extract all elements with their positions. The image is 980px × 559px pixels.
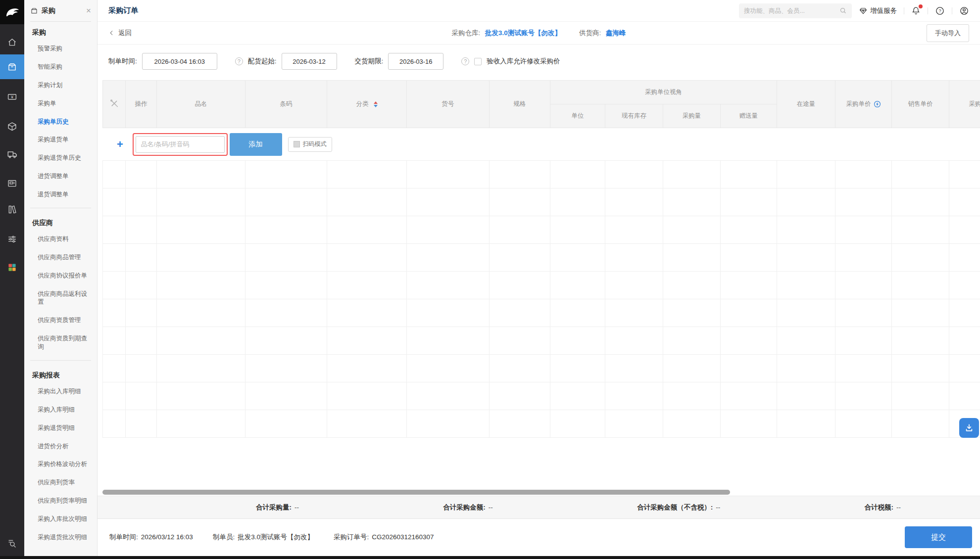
sidebar-item[interactable]: 采购单历史 xyxy=(24,113,97,131)
delivery-deadline-input[interactable] xyxy=(388,53,443,70)
col-spec[interactable]: 规格 xyxy=(490,81,550,128)
sidebar-item[interactable]: 采购计划 xyxy=(24,76,97,94)
global-search[interactable] xyxy=(739,3,852,18)
sidebar-item[interactable]: 采购退货单历史 xyxy=(24,149,97,167)
col-barcode[interactable]: 条码 xyxy=(245,81,327,128)
product-search-input[interactable] xyxy=(136,136,225,153)
table-cell xyxy=(892,244,949,272)
help-button[interactable]: ? xyxy=(935,6,945,16)
sidebar-item[interactable]: 采购入库批次明细 xyxy=(24,510,97,528)
sidebar-item[interactable]: 供应商到货率 xyxy=(24,473,97,492)
table-cell xyxy=(949,244,980,272)
search-icon[interactable] xyxy=(839,7,847,14)
column-settings-button[interactable] xyxy=(103,81,126,128)
back-button[interactable]: 返回 xyxy=(108,29,132,38)
settings-sliders-icon[interactable] xyxy=(0,227,24,251)
value-added-services-button[interactable]: 增值服务 xyxy=(859,6,897,15)
export-download-button[interactable] xyxy=(959,418,979,438)
sidebar-item[interactable]: 供应商资质管理 xyxy=(24,311,97,329)
manual-import-button[interactable]: 手动导入 xyxy=(927,24,969,42)
sidebar-item[interactable]: 退货调整单 xyxy=(24,186,97,204)
apps-grid-icon[interactable] xyxy=(0,255,24,280)
lightning-circle-icon[interactable] xyxy=(874,100,881,108)
notifications-button[interactable] xyxy=(911,6,921,15)
add-product-row: + 添加 扫码模式 xyxy=(103,128,980,161)
account-button[interactable] xyxy=(959,6,969,16)
sidebar-item[interactable]: 供应商商品管理 xyxy=(24,248,97,267)
sidebar-item[interactable]: 采购单 xyxy=(24,94,97,113)
add-row-plus-icon[interactable]: + xyxy=(112,138,129,151)
sort-icon[interactable] xyxy=(374,101,378,107)
cash-register-icon[interactable] xyxy=(0,171,24,195)
search-menu-icon[interactable] xyxy=(0,531,24,556)
purchase-module-icon[interactable] xyxy=(0,54,24,79)
window-bottom-edge xyxy=(0,556,980,559)
table-cell xyxy=(126,410,157,438)
sidebar-item[interactable]: 采购价格波动分析 xyxy=(24,455,97,473)
close-icon[interactable]: × xyxy=(86,6,91,15)
col-in-transit[interactable]: 在途量 xyxy=(777,81,835,128)
sidebar-item[interactable]: 进货价分析 xyxy=(24,437,97,456)
submit-button[interactable]: 提交 xyxy=(905,526,972,548)
sidebar-divider xyxy=(30,208,91,208)
home-icon[interactable] xyxy=(0,30,24,54)
scan-mode-checkbox[interactable] xyxy=(294,141,300,147)
horizontal-scrollbar[interactable] xyxy=(102,490,730,495)
col-item-no[interactable]: 货号 xyxy=(407,81,490,128)
question-icon[interactable]: ? xyxy=(235,57,243,65)
col-amount[interactable]: 采购金额 xyxy=(949,81,980,128)
question-icon[interactable]: ? xyxy=(461,57,469,65)
purchase-module-icon xyxy=(30,7,38,15)
sidebar-item[interactable]: 供应商资质到期查询 xyxy=(24,329,97,356)
table-cell xyxy=(126,216,157,244)
supplier-value-link[interactable]: 鑫海峰 xyxy=(606,29,626,37)
delivery-truck-icon[interactable] xyxy=(0,142,24,167)
sidebar-item[interactable]: 供应商资料 xyxy=(24,230,97,248)
sidebar-item[interactable]: 智能采购 xyxy=(24,58,97,76)
col-stock[interactable]: 现有库存 xyxy=(605,104,663,128)
table-body xyxy=(103,161,980,438)
user-icon xyxy=(959,6,969,16)
table-cell xyxy=(490,161,550,188)
package-icon[interactable] xyxy=(0,114,24,139)
col-name[interactable]: 品名 xyxy=(157,81,245,128)
col-sale-price[interactable]: 销售单价 xyxy=(892,81,949,128)
footer-make-time: 制单时间:2026/03/12 16:03 xyxy=(109,533,193,542)
scan-mode-button[interactable]: 扫码模式 xyxy=(288,137,332,152)
table-cell xyxy=(126,161,157,188)
table-cell xyxy=(245,216,327,244)
sidebar-item[interactable]: 供应商商品返利设置 xyxy=(24,285,97,312)
dispatch-start-input[interactable] xyxy=(282,53,337,70)
search-input[interactable] xyxy=(744,7,839,14)
table-cell xyxy=(663,188,721,216)
sidebar-item[interactable]: 预警采购 xyxy=(24,40,97,58)
sidebar-item[interactable]: 进货调整单 xyxy=(24,167,97,186)
money-icon[interactable]: ¥ xyxy=(0,84,24,109)
sidebar-item[interactable]: 供应商协议报价单 xyxy=(24,267,97,285)
col-group-unit-view: 采购单位视角 xyxy=(550,81,777,104)
table-cell xyxy=(835,244,892,272)
sidebar-item[interactable]: 采购出入库明细 xyxy=(24,382,97,401)
modify-price-checkbox[interactable] xyxy=(474,58,482,65)
sidebar-item[interactable]: 采购退货单 xyxy=(24,131,97,149)
table-cell xyxy=(490,410,550,438)
col-unit[interactable]: 单位 xyxy=(550,104,605,128)
modify-price-label: 验收入库允许修改采购价 xyxy=(487,57,560,66)
table-cell xyxy=(835,272,892,299)
col-gift-qty[interactable]: 赠送量 xyxy=(721,104,777,128)
add-button[interactable]: 添加 xyxy=(230,133,282,156)
app-logo[interactable] xyxy=(0,0,24,24)
sidebar-item[interactable]: 采购退货明细 xyxy=(24,419,97,437)
sidebar-item[interactable]: 供应商到货率明细 xyxy=(24,492,97,510)
reports-books-icon[interactable] xyxy=(0,197,24,222)
make-time-input[interactable] xyxy=(142,53,217,70)
total-amount: 合计采购金额:-- xyxy=(443,503,493,512)
sidebar-item[interactable]: 采购退货批次明细 xyxy=(24,528,97,547)
col-op[interactable]: 操作 xyxy=(126,81,157,128)
col-purchase-price[interactable]: 采购单价 xyxy=(835,81,892,128)
col-category[interactable]: 分类 xyxy=(327,81,407,128)
warehouse-value-link[interactable]: 批发3.0测试账号【勿改】 xyxy=(485,29,561,37)
topbar-actions: 增值服务 ? xyxy=(739,3,969,18)
col-purchase-qty[interactable]: 采购量 xyxy=(663,104,721,128)
sidebar-item[interactable]: 采购入库明细 xyxy=(24,401,97,419)
